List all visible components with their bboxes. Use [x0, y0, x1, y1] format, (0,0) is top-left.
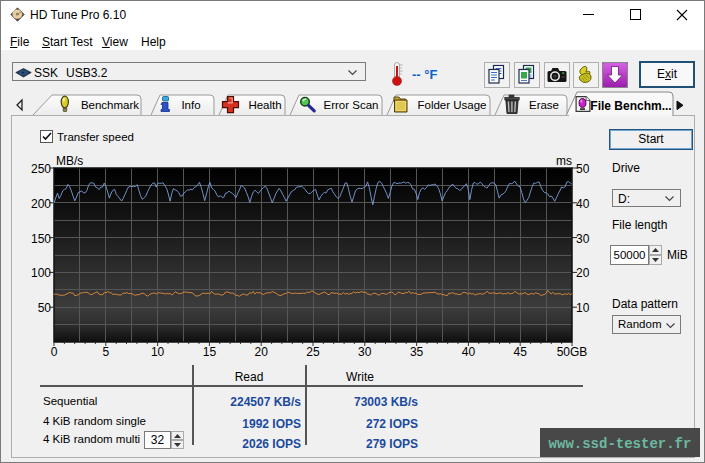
- svg-text:Error Scan: Error Scan: [324, 99, 379, 111]
- svg-text:15: 15: [203, 345, 217, 359]
- svg-text:20: 20: [576, 266, 590, 280]
- svg-text:40: 40: [576, 197, 590, 211]
- svg-text:Erase: Erase: [529, 99, 559, 111]
- svg-text:45: 45: [514, 345, 528, 359]
- svg-text:5: 5: [102, 345, 109, 359]
- svg-text:200: 200: [31, 197, 51, 211]
- svg-text:250: 250: [31, 162, 51, 176]
- svg-text:30: 30: [358, 345, 372, 359]
- svg-text:150: 150: [31, 232, 51, 246]
- svg-text:100: 100: [31, 266, 51, 280]
- svg-text:0: 0: [51, 345, 58, 359]
- svg-text:Benchmark: Benchmark: [81, 99, 139, 111]
- svg-text:Health: Health: [248, 99, 281, 111]
- svg-text:Folder Usage: Folder Usage: [417, 99, 486, 111]
- svg-text:40: 40: [462, 345, 476, 359]
- svg-text:50GB: 50GB: [557, 345, 588, 359]
- svg-text:50: 50: [38, 301, 52, 315]
- svg-text:10: 10: [576, 301, 590, 315]
- svg-text:50: 50: [576, 162, 590, 176]
- svg-text:Info: Info: [181, 99, 200, 111]
- svg-text:35: 35: [410, 345, 424, 359]
- svg-text:File Benchm...: File Benchm...: [590, 99, 671, 113]
- svg-text:30: 30: [576, 232, 590, 246]
- svg-text:MB/s: MB/s: [56, 154, 83, 168]
- svg-text:20: 20: [255, 345, 269, 359]
- svg-text:ms: ms: [556, 154, 572, 168]
- svg-text:25: 25: [306, 345, 320, 359]
- svg-text:10: 10: [151, 345, 165, 359]
